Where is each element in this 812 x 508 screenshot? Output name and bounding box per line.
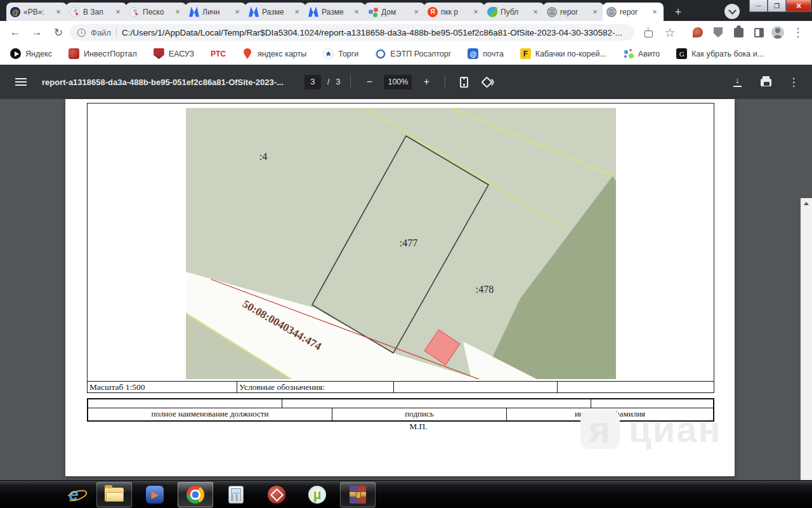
- window-minimize-button[interactable]: [749, 0, 768, 12]
- globe-favicon: [606, 7, 617, 17]
- page-info-icon[interactable]: i: [77, 29, 86, 37]
- browser-tab[interactable]: Дом ×: [364, 3, 425, 21]
- zoom-level[interactable]: 100%: [384, 75, 412, 90]
- taskbar-chrome[interactable]: [178, 482, 213, 507]
- bookmark-label: ЕАСУЗ: [169, 50, 194, 58]
- puzzle-glyph: [734, 28, 743, 37]
- page-number-input[interactable]: 3: [304, 75, 321, 90]
- globe-favicon: [547, 7, 557, 17]
- taskbar-media-player[interactable]: [137, 482, 173, 507]
- bookmark-investportal[interactable]: ИнвестПортал: [69, 48, 137, 59]
- empty-cell: [394, 382, 558, 392]
- zoom-out-button[interactable]: −: [361, 74, 377, 90]
- media-player-icon: [146, 486, 164, 504]
- tab-close-icon[interactable]: ×: [113, 7, 123, 17]
- extension-seal-icon[interactable]: [690, 25, 705, 40]
- tab-close-icon[interactable]: ×: [471, 7, 481, 17]
- bookmark-yandex[interactable]: Яндекс: [10, 48, 52, 59]
- tab-close-icon[interactable]: ×: [232, 7, 242, 17]
- pdf-menu-icon[interactable]: [15, 78, 27, 79]
- scroll-up-arrow[interactable]: [801, 198, 812, 209]
- browser-tab[interactable]: Личн ×: [185, 3, 246, 21]
- taskbar-calculator[interactable]: [218, 482, 254, 507]
- page-total: 3: [336, 77, 340, 86]
- browser-tab[interactable]: В Зап ×: [66, 3, 127, 21]
- taskbar-winrar[interactable]: [340, 482, 376, 507]
- tab-title: Дом: [381, 8, 408, 17]
- new-tab-button[interactable]: +: [670, 4, 686, 20]
- download-icon: [733, 77, 743, 87]
- browser-tab[interactable]: пкк р ×: [424, 3, 485, 21]
- tab-close-icon[interactable]: ×: [590, 7, 600, 17]
- browser-tab[interactable]: «РВ»: ×: [6, 3, 67, 21]
- profile-favicon: [129, 7, 140, 17]
- tab-title: Личн: [202, 8, 229, 17]
- taskbar-utorrent[interactable]: µ: [299, 482, 335, 507]
- etp-ring-icon: [375, 48, 386, 59]
- zoom-in-button[interactable]: +: [418, 74, 435, 90]
- browser-tab[interactable]: Песко ×: [126, 3, 187, 21]
- bookmark-label: Авито: [638, 50, 660, 58]
- bookmark-mail[interactable]: почта: [468, 48, 504, 59]
- browser-tab[interactable]: repor ×: [543, 3, 604, 21]
- tab-search-chevron-icon[interactable]: [724, 4, 740, 19]
- download-button[interactable]: [730, 74, 746, 90]
- tab-close-icon[interactable]: ×: [292, 7, 302, 17]
- utorrent-icon: µ: [308, 486, 326, 504]
- bookmark-fitness[interactable]: Как убрать бока и...: [676, 48, 764, 59]
- rotate-button[interactable]: [478, 74, 495, 90]
- browser-tab[interactable]: Разме ×: [304, 3, 365, 21]
- taskbar-internet-explorer[interactable]: e: [56, 482, 91, 507]
- vertical-scrollbar[interactable]: [801, 198, 812, 508]
- watermark-text: циан: [629, 408, 722, 450]
- scale-legend-row: Масштаб 1:500 Условные обозначения:: [87, 381, 714, 393]
- bookmark-avito[interactable]: Авито: [623, 48, 660, 59]
- bookmark-easuz[interactable]: ЕАСУЗ: [154, 48, 194, 59]
- bookmark-recipe[interactable]: Кабачки по-корей...: [520, 48, 606, 59]
- window-maximize-button[interactable]: [768, 0, 786, 12]
- investportal-icon: [69, 48, 79, 59]
- cadastral-map: :4 :477 :478 50:08:0040344:474: [186, 108, 616, 379]
- reload-button[interactable]: ↻: [49, 23, 67, 41]
- tab-title: repor: [620, 8, 646, 17]
- coat-of-arms-icon: [154, 48, 164, 59]
- tab-close-icon[interactable]: ×: [530, 7, 540, 17]
- fit-page-button[interactable]: [455, 74, 472, 90]
- browser-toolbar: ← → ↻ i Файл C:/Users/1/AppData/Local/Te…: [0, 21, 812, 43]
- profile-avatar[interactable]: [770, 25, 785, 40]
- address-bar[interactable]: i Файл C:/Users/1/AppData/Local/Temp/Rar…: [70, 24, 634, 41]
- taskbar-rts-tender[interactable]: [259, 482, 294, 507]
- empty-cell: [88, 399, 282, 408]
- window-close-button[interactable]: [786, 0, 811, 12]
- print-button[interactable]: [757, 74, 774, 90]
- tab-title: Публ: [501, 8, 527, 17]
- tab-close-icon[interactable]: ×: [351, 7, 362, 17]
- bookmark-torgi[interactable]: Торги: [323, 48, 358, 59]
- share-icon[interactable]: [639, 23, 657, 41]
- bookmark-yandex-maps[interactable]: яндекс карты: [242, 48, 306, 59]
- g-monogram-icon: [676, 48, 687, 59]
- map-frame-right: [714, 103, 714, 393]
- tab-close-icon[interactable]: ×: [411, 7, 421, 17]
- bookmark-star-icon[interactable]: ☆: [661, 23, 679, 41]
- seal-glyph: [693, 27, 703, 37]
- url-text: C:/Users/1/AppData/Local/Temp/Rar$DIa530…: [122, 28, 622, 37]
- bookmark-rts[interactable]: РТС: [211, 48, 226, 59]
- taskbar-file-explorer[interactable]: [96, 482, 132, 507]
- browser-menu-icon[interactable]: ⋮: [790, 25, 806, 40]
- rv-favicon: [10, 7, 20, 17]
- watermark: я циан: [580, 408, 722, 450]
- tab-close-icon[interactable]: ×: [173, 7, 183, 17]
- tab-close-icon[interactable]: ×: [53, 7, 63, 17]
- browser-tab[interactable]: Публ ×: [483, 3, 544, 21]
- side-panel-icon[interactable]: [751, 25, 766, 40]
- browser-tab-active[interactable]: repor ×: [603, 3, 664, 21]
- forward-button[interactable]: →: [28, 23, 46, 41]
- extension-shield-icon[interactable]: [710, 25, 726, 40]
- back-button[interactable]: ←: [6, 23, 24, 41]
- tab-close-icon[interactable]: ×: [650, 7, 660, 17]
- bookmark-roseltorg[interactable]: ЕЭТП Росэлторг: [375, 48, 451, 59]
- pdf-more-options-icon[interactable]: ⋮: [785, 74, 802, 90]
- extensions-puzzle-icon[interactable]: [731, 25, 746, 40]
- browser-tab[interactable]: Разме ×: [245, 3, 306, 21]
